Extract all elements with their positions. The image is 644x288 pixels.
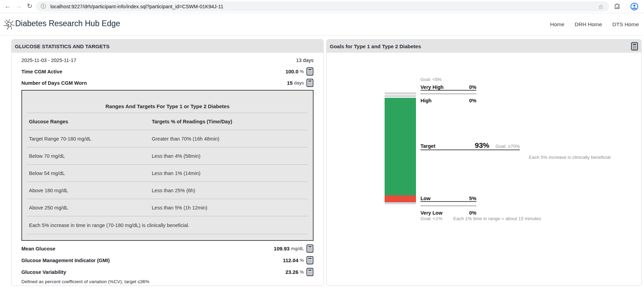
column-header: Glucose Ranges [29,119,152,124]
table-bottom-rule [27,234,308,240]
metric-row-cgm-active: Time CGM Active 100.0 % [21,68,314,75]
top-navigation: Home DRH Home DTS Home [550,13,639,35]
metric-value: 109.93 [274,246,290,251]
metric-unit: days [294,80,304,85]
table-row: Below 54 mg/dL Less than 1% (14min) [27,164,308,182]
calculator-icon[interactable] [306,67,314,76]
bookmark-star-icon[interactable]: ☆ [598,3,604,11]
metric-label: Mean Glucose [21,246,55,251]
calculator-icon[interactable] [631,42,638,51]
date-range-row: 2025-11-03 - 2025-11-17 13 days [21,56,314,64]
goals-panel: Goals for Type 1 and Type 2 Diabetes Goa… [326,39,642,286]
legend-row-low: Low 5% [420,194,476,202]
metric-row-gmi: Glucose Management Indicator (GMI) 112.0… [21,256,314,264]
target-note: Each 5% increase is clinically beneficia… [529,155,611,160]
table-row: Below 70 mg/dL Less than 4% (58min) [27,147,308,164]
metric-row-mean-glucose: Mean Glucose 109.93 mg/dL [21,245,314,253]
column-header: Targets % of Readings (Time/Day) [152,119,306,124]
site-info-icon[interactable]: ⓘ [41,3,46,10]
bar-segment-high [385,95,416,97]
metric-row-days-worn: Number of Days CGM Worn 15 days [21,79,314,87]
cv-footnote: Defined as percent coefficient of variat… [21,279,314,284]
bar-segment-low [385,195,416,202]
app-logo-icon [3,18,15,31]
bar-segment-very-low [385,202,416,204]
range-cell: Below 70 mg/dL [29,153,152,159]
back-button[interactable]: ← [3,1,12,11]
app-header: Diabetes Research Hub Edge Home DRH Home… [0,13,644,35]
table-row: Above 180 mg/dL Less than 25% (6h) [27,182,308,199]
page-title: Diabetes Research Hub Edge [15,19,120,28]
metric-value: 100.0 [285,69,298,74]
date-range-days: 13 days [296,58,314,63]
reload-button[interactable]: ↻ [25,1,34,11]
profile-avatar[interactable] [630,2,638,11]
range-cell: Target Range 70-180 mg/dL [29,136,152,142]
address-bar[interactable]: ⓘ localhost:9227/drh/participant-info/in… [36,1,609,11]
extensions-icon[interactable] [614,3,621,10]
legend-row-very-low: Very Low 0% [420,208,476,216]
goals-panel-title: Goals for Type 1 and Type 2 Diabetes [330,43,421,49]
forward-button[interactable]: → [14,1,23,11]
glucose-panel-header: GLUCOSE STATISTICS AND TARGETS [12,40,323,53]
segment-divider-line [420,206,476,206]
target-cell: Less than 4% (58min) [152,153,306,159]
range-cell: Above 180 mg/dL [29,188,152,193]
calculator-icon[interactable] [306,79,314,87]
metric-unit: mg/dL [291,246,304,251]
table-title: Ranges And Targets For Type 1 or Type 2 … [22,91,313,113]
table-header-row: Glucose Ranges Targets % of Readings (Ti… [27,113,308,130]
table-row: Above 250 mg/dL Less than 5% (1h 12min) [27,199,308,216]
metric-label: Glucose Management Indicator (GMI) [21,258,110,263]
metric-value: 15 [287,80,293,86]
metric-value: 112.04 [283,257,298,263]
very-low-note: Each 1% time in range = about 15 minutes [453,216,541,221]
metric-unit: % [300,258,304,263]
goals-panel-header: Goals for Type 1 and Type 2 Diabetes [327,40,641,53]
metric-value: 23.26 [285,269,298,275]
tir-chart: Goal: <5% Very High 0% High 0% Target 93… [327,53,641,286]
target-cell: Less than 5% (1h 12min) [152,205,306,210]
date-range-label: 2025-11-03 - 2025-11-17 [21,58,76,63]
calculator-icon[interactable] [306,244,314,253]
tir-stacked-bar [385,92,416,205]
target-cell: Less than 25% (6h) [152,188,306,193]
glucose-panel-title: GLUCOSE STATISTICS AND TARGETS [15,43,109,49]
legend-row-high: High 0% [420,96,476,103]
legend-row-very-high: Very High 0% [420,83,476,91]
metric-label: Glucose Variability [21,269,66,275]
calculator-icon[interactable] [306,256,314,265]
glucose-stats-panel: GLUCOSE STATISTICS AND TARGETS 2025-11-0… [11,39,324,286]
toolbar-divider [627,4,627,10]
calculator-icon[interactable] [306,268,314,276]
bar-segment-very-high [385,92,416,94]
metric-unit: % [300,69,304,74]
bar-segment-target [385,98,416,195]
browser-toolbar: ← → ↻ ⓘ localhost:9227/drh/participant-i… [0,0,644,13]
metric-row-variability: Glucose Variability 23.26 % [21,268,314,276]
very-high-goal: Goal: <5% [420,77,442,82]
legend-row-target: Target 93% Goal: ≥70% [420,141,520,150]
very-low-goal: Goal: <1% [420,216,453,221]
nav-link-dts-home[interactable]: DTS Home [612,21,639,28]
metric-label: Time CGM Active [21,69,62,74]
nav-link-home[interactable]: Home [550,21,564,28]
nav-link-drh-home[interactable]: DRH Home [575,21,602,28]
target-goal: Goal: ≥70% [496,144,520,149]
segment-divider-line [420,94,476,94]
ranges-targets-table: Ranges And Targets For Type 1 or Type 2 … [21,90,314,241]
very-low-goal-row: Goal: <1% Each 1% time in range = about … [420,216,541,221]
target-cell: Greater than 70% (16h 48min) [152,136,306,142]
url-text[interactable]: localhost:9227/drh/participant-info/inde… [50,4,223,9]
range-cell: Above 250 mg/dL [29,205,152,210]
metric-label: Number of Days CGM Worn [21,80,87,86]
table-row: Target Range 70-180 mg/dL Greater than 7… [27,130,308,147]
metric-unit: % [300,269,304,275]
table-footer-note: Each 5% increase in time in range (70-18… [27,216,308,234]
range-cell: Below 54 mg/dL [29,171,152,176]
target-cell: Less than 1% (14min) [152,171,306,176]
